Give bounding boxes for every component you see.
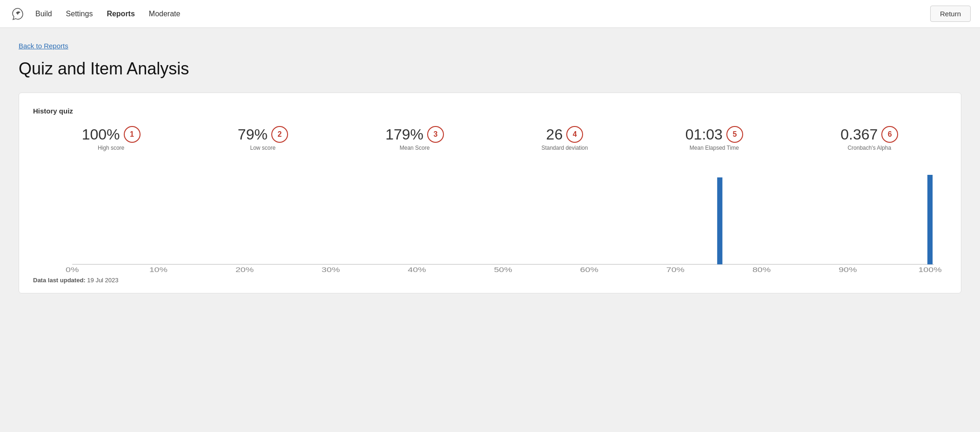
nav-reports[interactable]: Reports bbox=[107, 6, 134, 22]
svg-rect-1 bbox=[717, 178, 722, 265]
stat-badge-6: 6 bbox=[881, 126, 898, 143]
svg-text:20%: 20% bbox=[235, 266, 254, 272]
nav-moderate[interactable]: Moderate bbox=[149, 6, 181, 22]
svg-rect-2 bbox=[927, 175, 933, 265]
svg-text:30%: 30% bbox=[322, 266, 340, 272]
stat-item-5: 01:03 5 Mean Elapsed Time bbox=[685, 126, 743, 151]
stat-item-2: 79% 2 Low score bbox=[238, 126, 288, 151]
return-button[interactable]: Return bbox=[930, 6, 971, 22]
app-logo bbox=[9, 6, 26, 22]
stat-item-6: 0.367 6 Cronbach's Alpha bbox=[840, 126, 898, 151]
stat-label-5: Mean Elapsed Time bbox=[690, 145, 739, 151]
nav-build[interactable]: Build bbox=[35, 6, 52, 22]
analysis-card: History quiz 100% 1 High score 79% 2 Low… bbox=[19, 93, 961, 293]
stat-value-2: 79% bbox=[238, 127, 268, 142]
svg-text:90%: 90% bbox=[839, 266, 857, 272]
svg-text:10%: 10% bbox=[149, 266, 168, 272]
chart-area: 0% 10% 20% 30% 40% 50% 60% 70% 80% 90% 1… bbox=[33, 170, 947, 272]
stat-item-1: 100% 1 High score bbox=[82, 126, 141, 151]
stats-row: 100% 1 High score 79% 2 Low score 179% 3… bbox=[33, 126, 947, 151]
stat-label-1: High score bbox=[98, 145, 124, 151]
back-to-reports-link[interactable]: Back to Reports bbox=[19, 42, 68, 50]
svg-text:60%: 60% bbox=[580, 266, 599, 272]
stat-value-4: 26 bbox=[546, 127, 563, 142]
main-content: Back to Reports Quiz and Item Analysis H… bbox=[0, 28, 980, 307]
nav-settings[interactable]: Settings bbox=[66, 6, 93, 22]
svg-text:100%: 100% bbox=[918, 266, 942, 272]
footer-label: Data last updated: bbox=[33, 277, 86, 284]
svg-text:50%: 50% bbox=[494, 266, 512, 272]
stat-value-6: 0.367 bbox=[840, 127, 878, 142]
data-footer: Data last updated: 19 Jul 2023 bbox=[33, 277, 947, 284]
stat-badge-5: 5 bbox=[726, 126, 743, 143]
stat-item-4: 26 4 Standard deviation bbox=[541, 126, 588, 151]
card-title: History quiz bbox=[33, 107, 947, 115]
nav-links: Build Settings Reports Moderate bbox=[35, 6, 930, 22]
stat-item-3: 179% 3 Mean Score bbox=[385, 126, 444, 151]
stat-label-3: Mean Score bbox=[400, 145, 430, 151]
footer-date: 19 Jul 2023 bbox=[87, 277, 118, 284]
svg-text:80%: 80% bbox=[752, 266, 771, 272]
stat-value-5: 01:03 bbox=[685, 127, 723, 142]
stat-value-1: 100% bbox=[82, 127, 120, 142]
stat-label-2: Low score bbox=[250, 145, 276, 151]
svg-text:70%: 70% bbox=[666, 266, 685, 272]
stat-label-4: Standard deviation bbox=[541, 145, 588, 151]
stat-badge-2: 2 bbox=[271, 126, 288, 143]
stat-value-3: 179% bbox=[385, 127, 423, 142]
stat-badge-4: 4 bbox=[566, 126, 583, 143]
stat-badge-3: 3 bbox=[427, 126, 444, 143]
stat-badge-1: 1 bbox=[124, 126, 141, 143]
stat-label-6: Cronbach's Alpha bbox=[847, 145, 891, 151]
nav-bar: Build Settings Reports Moderate Return bbox=[0, 0, 980, 28]
svg-text:0%: 0% bbox=[66, 266, 79, 272]
chart-svg: 0% 10% 20% 30% 40% 50% 60% 70% 80% 90% 1… bbox=[33, 170, 947, 272]
page-title: Quiz and Item Analysis bbox=[19, 59, 961, 79]
svg-text:40%: 40% bbox=[408, 266, 426, 272]
